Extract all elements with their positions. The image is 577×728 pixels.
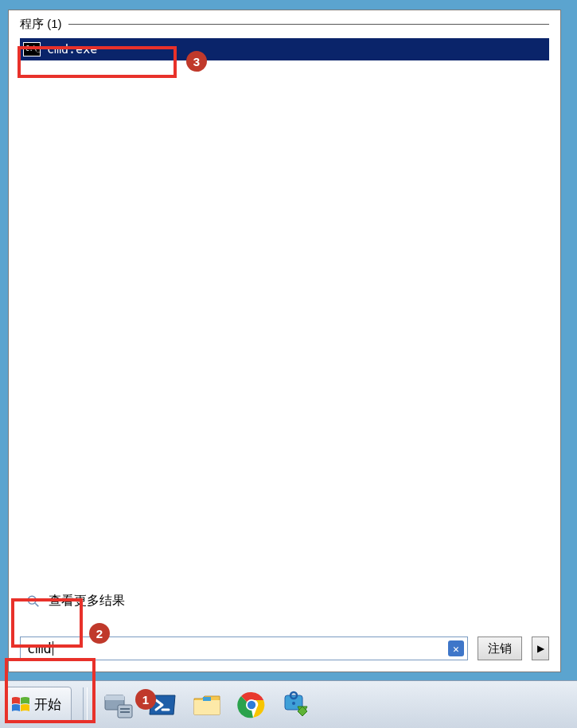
search-input[interactable]: cmd ✕ <box>20 637 468 660</box>
see-more-label: 查看更多结果 <box>49 593 125 609</box>
start-button[interactable]: 开始 <box>5 687 72 723</box>
svg-point-12 <box>248 700 255 708</box>
svg-point-0 <box>28 596 36 604</box>
start-button-label: 开始 <box>34 695 61 714</box>
logoff-label: 注销 <box>488 641 512 656</box>
taskbar-divider <box>83 687 88 722</box>
svg-rect-3 <box>105 695 124 700</box>
svg-rect-6 <box>120 711 130 713</box>
result-cmd-exe[interactable]: C:\_ cmd.exe <box>20 38 549 60</box>
svg-rect-8 <box>194 700 220 714</box>
programs-section-header: 程序 (1) <box>9 10 560 33</box>
svg-rect-9 <box>203 697 211 701</box>
powershell-icon[interactable] <box>143 688 181 722</box>
svg-rect-5 <box>120 708 130 710</box>
security-icon[interactable] <box>277 688 315 722</box>
programs-section-title: 程序 (1) <box>20 17 62 32</box>
windows-logo-icon <box>10 695 31 715</box>
divider <box>68 24 550 25</box>
see-more-results[interactable]: 查看更多结果 <box>9 585 560 617</box>
clear-search-button[interactable]: ✕ <box>448 640 464 656</box>
taskbar: 开始 <box>0 680 577 728</box>
search-icon <box>26 594 41 609</box>
search-result-row: C:\_ cmd.exe <box>20 38 549 60</box>
chevron-right-icon: ▶ <box>537 643 544 654</box>
svg-point-15 <box>292 702 295 705</box>
logoff-options-arrow[interactable]: ▶ <box>532 637 549 660</box>
result-label: cmd.exe <box>47 42 97 56</box>
search-row: cmd ✕ 注销 ▶ <box>9 637 560 672</box>
file-explorer-icon[interactable] <box>188 688 226 722</box>
results-empty-area <box>9 60 560 585</box>
text-cursor <box>53 641 53 656</box>
start-menu-panel: 程序 (1) C:\_ cmd.exe 查看更多结果 cmd ✕ 注销 ▶ <box>8 10 561 672</box>
logoff-button[interactable]: 注销 <box>478 637 522 660</box>
search-input-text: cmd <box>27 640 52 656</box>
server-manager-icon[interactable] <box>99 688 137 722</box>
svg-line-1 <box>35 603 38 606</box>
chrome-icon[interactable] <box>232 688 271 722</box>
cmd-icon: C:\_ <box>23 42 41 56</box>
